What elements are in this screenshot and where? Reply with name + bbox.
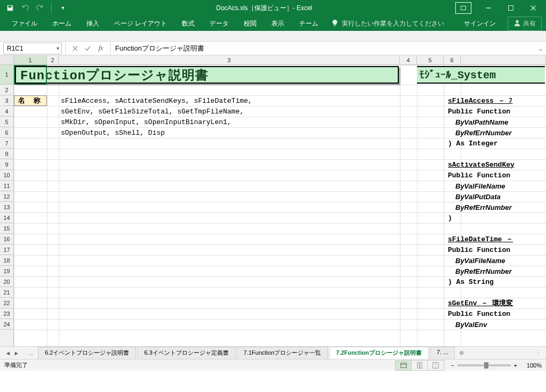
row-header[interactable]: 6 [0,127,13,138]
module-title[interactable]: ﾓｼﾞｭｰﾙ_System [417,66,545,84]
row-header[interactable]: 15 [0,223,13,234]
content-line[interactable]: sGetEnv, sGetFileSizeTotal, sGetTmpFileN… [59,106,400,117]
tab-insert[interactable]: 挿入 [79,16,107,31]
right-content-line[interactable]: Public Function [446,244,531,255]
tab-view[interactable]: 表示 [264,16,292,31]
title-cell[interactable]: Functionプロシージャ説明書 [15,66,399,84]
row-header[interactable]: 16 [0,234,13,244]
sheet-scroll-icon[interactable]: ⋮ [535,349,546,356]
tab-review[interactable]: 校閲 [236,16,264,31]
right-content-line[interactable]: Public Function [446,106,531,117]
right-content-line[interactable]: sFileDateTime － [446,234,531,244]
name-box[interactable]: R1C1 [3,43,62,54]
right-content-line[interactable]: ByVal PathName [446,117,531,127]
enter-icon[interactable] [83,43,93,54]
row-header[interactable]: 11 [0,181,13,191]
row-header[interactable]: 20 [0,276,13,287]
zoom-slider[interactable] [457,364,511,366]
right-content-line[interactable]: sActivateSendKey [446,159,531,170]
row-header[interactable]: 10 [0,170,13,181]
row-header[interactable]: 21 [0,287,13,298]
col-header[interactable]: 6 [444,55,461,64]
row-header[interactable]: 9 [0,159,13,170]
formula-bar[interactable]: Functionプロシージャ説明書 [110,42,535,55]
right-content-line[interactable]: ByRef ErrNumber [446,202,531,213]
share-button[interactable]: 共有 [508,17,542,31]
row-header[interactable]: 4 [0,106,13,117]
right-content-line[interactable]: ByVal PutData [446,191,531,202]
maximize-button[interactable] [500,0,521,16]
row-header[interactable]: 24 [0,319,13,330]
col-header[interactable]: 4 [400,55,417,64]
redo-icon[interactable] [34,2,46,14]
select-all-corner[interactable] [0,55,14,64]
row-header[interactable]: 17 [0,244,13,255]
add-sheet-icon[interactable]: ⊕ [456,349,467,356]
save-icon[interactable] [4,2,16,14]
row-header[interactable]: 22 [0,298,13,308]
cancel-icon[interactable] [70,43,81,54]
row-header[interactable]: 18 [0,255,13,266]
row-header[interactable]: 14 [0,213,13,223]
right-content-line[interactable]: ) As String [446,276,531,287]
right-content-line[interactable]: Public Function [446,170,531,181]
row-header[interactable]: 3 [0,95,13,106]
sheet-tab[interactable]: 6.3イベントプロシージャ定義書 [137,347,235,359]
zoom-out-icon[interactable]: − [451,362,454,369]
right-content-line[interactable]: ByRef ErrNumber [446,127,531,138]
content-line[interactable]: sOpenOutput, sShell, Disp [59,127,400,138]
right-content-line[interactable]: ByVal Env [446,319,531,330]
sheet-tab[interactable]: 7.2Functionプロシージャ説明書 [329,347,429,359]
close-button[interactable] [523,0,544,16]
sheet-tab[interactable]: 6.2イベントプロシージャ説明書 [38,347,136,359]
qat-dropdown-icon[interactable]: ▼ [57,2,69,14]
sheet-ellipsis[interactable]: ... [25,350,38,356]
sheet-nav-next-icon[interactable]: ► [13,350,20,356]
right-content-line[interactable]: ByVal FileName [446,255,531,266]
zoom-in-icon[interactable]: + [514,362,517,369]
view-pagebreak-icon[interactable] [428,361,444,370]
tab-team[interactable]: チーム [292,16,326,31]
tell-me-search[interactable]: 実行したい作業を入力してください [326,19,449,28]
undo-icon[interactable] [19,2,31,14]
right-content-line[interactable]: ByRef ErrNumber [446,266,531,276]
spreadsheet-grid[interactable]: Functionプロシージャ説明書ﾓｼﾞｭｰﾙ_System名 称sFileAc… [14,65,546,346]
formula-expand-icon[interactable]: ⌄ [535,45,546,52]
tab-file[interactable]: ファイル [4,16,45,31]
row-header[interactable]: 19 [0,266,13,276]
row-header[interactable]: 1 [0,65,13,85]
sheet-tab[interactable]: 7. ... [430,347,455,359]
row-header[interactable]: 2 [0,85,13,95]
col-header[interactable]: 3 [59,55,400,64]
tab-home[interactable]: ホーム [45,16,79,31]
sheet-tab[interactable]: 7.1Functionプロシージャ一覧 [237,347,328,359]
row-header[interactable]: 23 [0,308,13,319]
right-content-line[interactable]: sFileAccess － ﾌ [446,95,531,106]
signin-link[interactable]: サインイン [457,19,502,28]
ribbon-display-icon[interactable] [455,2,471,14]
right-content-line[interactable]: sGetEnv － 環境変 [446,298,531,308]
content-line[interactable]: sMkDir, sOpenInput, sOpenInputBinaryLen1… [59,117,400,127]
col-header[interactable]: 1 [14,55,47,64]
right-content-line[interactable]: ) As Integer [446,138,531,149]
row-header[interactable]: 8 [0,149,13,159]
sheet-nav-prev-icon[interactable]: ◄ [4,350,12,356]
tab-pagelayout[interactable]: ページ レイアウト [107,16,174,31]
tab-data[interactable]: データ [202,16,236,31]
row-header[interactable]: 7 [0,138,13,149]
row-header[interactable]: 12 [0,191,13,202]
content-line[interactable]: sFileAccess, sActivateSendKeys, sFileDat… [59,95,400,106]
col-header[interactable]: 2 [47,55,59,64]
col-header[interactable]: 5 [417,55,444,64]
right-content-line[interactable]: ByVal FileName [446,181,531,191]
row-header[interactable]: 5 [0,117,13,127]
view-pagelayout-icon[interactable] [412,361,428,370]
view-normal-icon[interactable] [396,361,412,370]
right-content-line[interactable]: ) [446,213,531,223]
row-header[interactable]: 13 [0,202,13,213]
zoom-level[interactable]: 100% [520,362,542,369]
label-cell[interactable]: 名 称 [14,95,47,106]
minimize-button[interactable] [478,0,499,16]
right-content-line[interactable]: Public Function [446,308,531,319]
tab-formulas[interactable]: 数式 [174,16,202,31]
